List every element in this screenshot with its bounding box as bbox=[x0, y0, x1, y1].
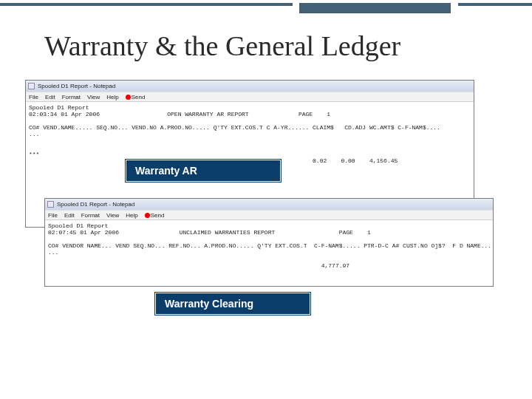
window-title: Spooled D1 Report - Notepad bbox=[57, 201, 134, 208]
callout-warranty-clearing: Warranty Clearing bbox=[155, 293, 310, 315]
page-label: PAGE bbox=[339, 229, 353, 236]
menu-view[interactable]: View bbox=[106, 212, 119, 219]
val3: 4,156.45 bbox=[369, 157, 398, 164]
menu-help[interactable]: Help bbox=[106, 94, 118, 100]
send-button[interactable]: Send bbox=[145, 212, 165, 219]
column-headers: CO# VENDOR NAME... VEND SEQ.NO... REF.NO… bbox=[48, 242, 493, 249]
slide-top-decoration bbox=[0, 0, 532, 18]
page-no: 1 bbox=[367, 229, 371, 236]
dots: ... bbox=[48, 249, 58, 256]
menu-bar: File Edit Format View Help Send bbox=[26, 92, 474, 102]
text-area: Spooled D1 Report 02:07:45 01 Apr 2006 U… bbox=[45, 220, 493, 271]
menu-file[interactable]: File bbox=[48, 212, 58, 219]
window-title: Spooled D1 Report - Notepad bbox=[38, 83, 115, 89]
end-marker: *** bbox=[29, 151, 39, 157]
page-title: Warranty & the General Ledger bbox=[44, 30, 502, 62]
send-label: Send bbox=[132, 94, 146, 100]
menu-format[interactable]: Format bbox=[81, 212, 100, 219]
send-button[interactable]: Send bbox=[126, 94, 146, 100]
body-line1: Spooled D1 Report bbox=[29, 104, 89, 111]
report-title: UNCLAIMED WARRANTIES REPORT bbox=[180, 229, 276, 236]
val1: 4,777.97 bbox=[321, 262, 349, 269]
body-line2: 02:07:45 01 Apr 2006 bbox=[48, 229, 119, 236]
dots: ... bbox=[29, 131, 39, 137]
val2: 0.00 bbox=[341, 157, 355, 164]
send-label: Send bbox=[151, 212, 165, 219]
page-label: PAGE bbox=[299, 111, 313, 117]
page-no: 1 bbox=[327, 111, 330, 117]
callout-warranty-ar: Warranty AR bbox=[126, 160, 281, 182]
menu-file[interactable]: File bbox=[29, 94, 38, 100]
titlebar: Spooled D1 Report - Notepad bbox=[26, 81, 474, 92]
val1: 0.02 bbox=[313, 157, 327, 164]
column-headers: CO# VEND.NAME..... SEQ.NO... VEND.NO A.P… bbox=[29, 124, 440, 131]
menu-format[interactable]: Format bbox=[62, 94, 81, 100]
menu-help[interactable]: Help bbox=[126, 212, 137, 219]
menu-edit[interactable]: Edit bbox=[45, 94, 55, 100]
menu-edit[interactable]: Edit bbox=[64, 212, 75, 219]
app-icon bbox=[28, 83, 35, 89]
menu-bar: File Edit Format View Help Send bbox=[45, 210, 493, 220]
app-icon bbox=[47, 201, 54, 208]
notepad-window-clearing: Spooled D1 Report - Notepad File Edit Fo… bbox=[44, 198, 494, 287]
body-line1: Spooled D1 Report bbox=[48, 222, 109, 229]
send-icon bbox=[126, 95, 131, 100]
send-icon bbox=[145, 213, 150, 218]
text-area: Spooled D1 Report 02:03:34 01 Apr 2006 O… bbox=[26, 102, 474, 166]
body-line2: 02:03:34 01 Apr 2006 bbox=[29, 111, 100, 117]
report-title: OPEN WARRANTY AR REPORT bbox=[167, 111, 248, 117]
titlebar: Spooled D1 Report - Notepad bbox=[45, 199, 493, 210]
menu-view[interactable]: View bbox=[87, 94, 100, 100]
